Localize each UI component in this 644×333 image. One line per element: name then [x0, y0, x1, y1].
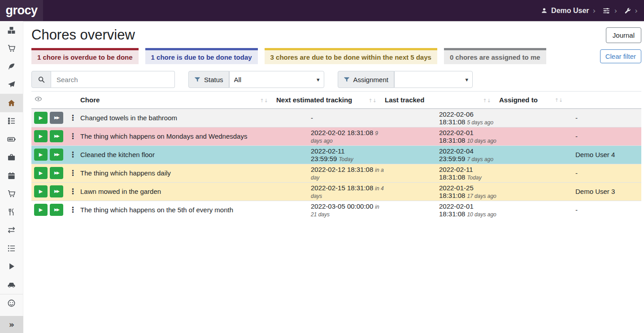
sidebar-item-equipment[interactable]: [0, 149, 23, 167]
sliders-icon: [602, 7, 610, 15]
column-header-next-tracking[interactable]: ↑↓Next estimated tracking: [276, 92, 385, 109]
exchange-icon: [7, 226, 16, 234]
skip-chore-button[interactable]: ▶▶: [50, 185, 63, 197]
next-tracking-relative: Today: [339, 156, 353, 162]
next-tracking-value: -: [311, 114, 313, 122]
grocy-logo[interactable]: grocy: [0, 0, 43, 21]
row-menu-button[interactable]: ⋮: [67, 151, 79, 158]
skip-chore-button[interactable]: ▶▶: [50, 167, 63, 179]
calendar-icon: [7, 171, 16, 180]
status-card-due-today[interactable]: 1 chore is due to be done today: [145, 48, 258, 64]
fast-forward-icon: ▶▶: [54, 208, 59, 212]
double-chevron-right-icon: »: [9, 320, 14, 329]
main-content: Chores overview Journal 1 chore is overd…: [23, 21, 644, 333]
column-header-chore[interactable]: ↑↓Chore: [80, 92, 276, 109]
assigned-to-value: Demo User 4: [499, 145, 641, 164]
chevron-right-icon[interactable]: ›: [593, 6, 596, 15]
sidebar-item-batteries[interactable]: [0, 130, 23, 149]
briefcase-icon: [7, 153, 16, 162]
assignment-select[interactable]: [394, 71, 473, 88]
status-card-overdue[interactable]: 1 chore is overdue to be done: [31, 48, 139, 64]
skip-chore-button[interactable]: ▶▶: [50, 112, 63, 124]
chore-name: The thing which happens on the 5th of ev…: [80, 206, 233, 214]
search-icon-box: [31, 71, 51, 88]
fast-forward-icon: ▶▶: [54, 134, 59, 138]
row-menu-button[interactable]: ⋮: [67, 114, 79, 122]
skip-chore-button[interactable]: ▶▶: [50, 204, 63, 216]
track-chore-button[interactable]: ▶: [34, 204, 48, 216]
eye-icon[interactable]: [35, 95, 42, 103]
track-chore-button[interactable]: ▶: [34, 185, 48, 197]
user-menu[interactable]: Demo User: [541, 7, 589, 15]
journal-button[interactable]: Journal: [606, 27, 641, 43]
sidebar-item-paper-plane[interactable]: [0, 76, 23, 94]
search-input[interactable]: [51, 71, 175, 88]
column-header-last-tracked[interactable]: ↑↓Last tracked: [385, 92, 499, 109]
skip-chore-button[interactable]: ▶▶: [50, 149, 63, 161]
chevron-right-icon[interactable]: ›: [635, 6, 638, 15]
table-row: ▶ ▶▶ ⋮ Cleaned the kitchen floor 2022-02…: [31, 145, 641, 164]
assigned-to-value: -: [499, 109, 641, 127]
last-tracked-relative: 5 days ago: [467, 119, 493, 126]
track-chore-button[interactable]: ▶: [34, 167, 48, 179]
status-filter-cards: 1 chore is overdue to be done 1 chore is…: [31, 48, 641, 64]
admin-menu[interactable]: [624, 7, 631, 14]
settings-menu[interactable]: [602, 7, 610, 15]
row-menu-button[interactable]: ⋮: [67, 188, 79, 195]
row-menu-button[interactable]: ⋮: [67, 206, 79, 214]
table-row: ▶ ▶▶ ⋮ Lawn mowed in the garden 2022-02-…: [31, 182, 641, 201]
next-tracking-value: 2022-02-15 18:31:08: [311, 184, 373, 192]
last-tracked-relative: 7 days ago: [467, 156, 493, 162]
chore-name: Cleaned the kitchen floor: [80, 151, 155, 158]
assigned-to-value: Demo User 3: [499, 182, 641, 201]
row-menu-button[interactable]: ⋮: [67, 132, 79, 140]
assigned-to-value: -: [499, 164, 641, 182]
sidebar-item-stock-overview[interactable]: [0, 21, 23, 39]
play-icon: ▶: [39, 115, 43, 120]
last-tracked-relative: 10 days ago: [467, 138, 496, 144]
status-card-due-soon[interactable]: 3 chores are due to be done within the n…: [265, 48, 437, 64]
row-menu-button[interactable]: ⋮: [67, 169, 79, 177]
chore-name: The thing which happens daily: [80, 169, 171, 177]
next-tracking-value: 2022-03-05 00:00:00: [311, 202, 373, 210]
next-tracking-value: 2022-02-02 18:31:08: [311, 129, 373, 136]
track-chore-button[interactable]: ▶: [34, 130, 48, 142]
fast-forward-icon: ▶▶: [54, 171, 59, 175]
sidebar-item-inventory[interactable]: [0, 239, 23, 258]
track-chore-button[interactable]: ▶: [34, 112, 48, 124]
sidebar-item-car[interactable]: [0, 276, 23, 294]
table-row: ▶ ▶▶ ⋮ Changed towels in the bathroom - …: [31, 109, 641, 127]
filter-bar: Status All Assignment: [31, 71, 641, 88]
sidebar-item-consume[interactable]: [0, 258, 23, 276]
sidebar-item-chores-overview[interactable]: [0, 94, 23, 112]
sidebar-item-shopping-list[interactable]: [0, 39, 23, 58]
sidebar-expand-button[interactable]: »: [0, 316, 23, 333]
sidebar-item-calendar[interactable]: [0, 166, 23, 185]
user-name-label: Demo User: [551, 7, 589, 15]
assignment-filter-label: Assignment: [338, 71, 394, 88]
sidebar: »: [0, 21, 23, 333]
status-select[interactable]: All: [229, 71, 324, 88]
sort-icon: ↑↓: [483, 98, 491, 104]
play-icon: ▶: [39, 189, 43, 194]
play-icon: ▶: [39, 207, 43, 212]
sidebar-item-feather[interactable]: [0, 57, 23, 76]
clear-filter-button[interactable]: Clear filter: [600, 49, 641, 63]
chevron-right-icon[interactable]: ›: [614, 6, 617, 15]
car-icon: [7, 280, 16, 289]
sidebar-item-recipes[interactable]: [0, 203, 23, 221]
fast-forward-icon: ▶▶: [54, 116, 59, 120]
paper-plane-icon: [7, 80, 16, 89]
sidebar-item-transfer[interactable]: [0, 221, 23, 240]
column-header-assigned-to[interactable]: Assigned to↑↓: [499, 92, 641, 109]
table-row: ▶ ▶▶ ⋮ The thing which happens on Monday…: [31, 127, 641, 145]
sidebar-item-purchase[interactable]: [0, 185, 23, 203]
sidebar-item-user-settings[interactable]: [0, 294, 23, 312]
smiley-icon: [7, 299, 16, 307]
track-chore-button[interactable]: ▶: [34, 149, 48, 161]
sidebar-item-tasks[interactable]: [0, 112, 23, 131]
fast-forward-icon: ▶▶: [54, 189, 59, 193]
status-card-assigned-me[interactable]: 0 chores are assigned to me: [444, 48, 546, 64]
fast-forward-icon: ▶▶: [54, 153, 59, 157]
skip-chore-button[interactable]: ▶▶: [50, 130, 63, 142]
